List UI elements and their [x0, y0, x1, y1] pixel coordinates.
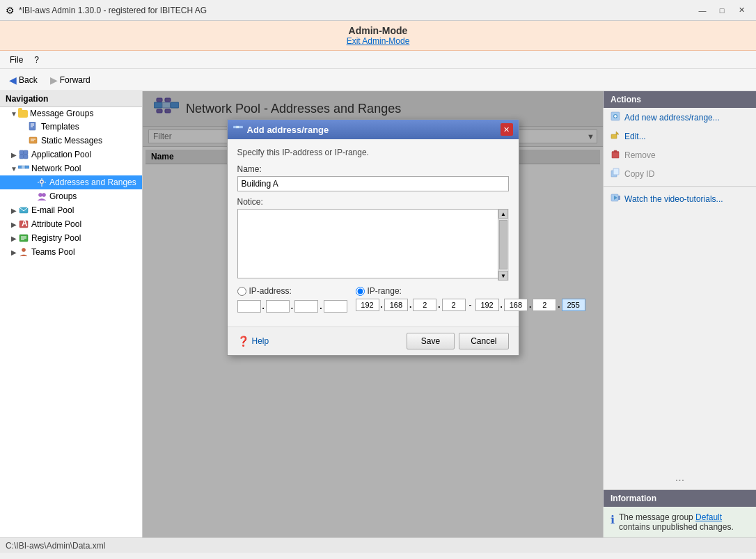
remove-icon	[611, 149, 620, 161]
svg-point-25	[22, 249, 26, 252]
expand-icon[interactable]: ▼	[10, 165, 18, 173]
ip-address-label[interactable]: IP-address:	[249, 286, 292, 296]
sidebar-item-email-pool[interactable]: ▶ E-mail Pool	[0, 203, 142, 217]
svg-rect-0	[29, 122, 36, 130]
network-pool-icon	[18, 163, 29, 174]
svg-point-16	[39, 194, 42, 197]
sidebar-item-application-pool[interactable]: ▶ Application Pool	[0, 148, 142, 162]
modal-titlebar: Add address/range ✕	[228, 120, 519, 139]
exit-admin-mode-link[interactable]: Exit Admin-Mode	[0, 36, 756, 46]
nav-label-email-pool: E-mail Pool	[31, 205, 74, 215]
ip-addr-f4[interactable]	[324, 300, 347, 313]
edit-label: Edit...	[624, 132, 646, 141]
expand-icon[interactable]: ▶	[10, 249, 18, 256]
expand-icon[interactable]: ▶	[10, 151, 18, 159]
ip-addr-f1[interactable]	[237, 300, 261, 313]
ip-address-radio[interactable]	[237, 287, 246, 296]
video-icon	[611, 193, 620, 205]
modal-footer: ❓ Help Save Cancel	[228, 326, 519, 355]
help-link[interactable]: ❓ Help	[237, 336, 269, 347]
notice-scrollbar: ▲ ▼	[498, 209, 509, 281]
modal-title-text: Add address/range	[247, 125, 329, 135]
ip-range-to-4[interactable]	[562, 299, 585, 311]
close-button[interactable]: ✕	[732, 3, 750, 17]
ip-range-radio[interactable]	[356, 287, 365, 296]
ip-addr-f2[interactable]	[266, 300, 290, 313]
notice-textarea[interactable]	[237, 209, 509, 278]
admin-mode-title: Admin-Mode	[0, 25, 756, 36]
ip-address-option: IP-address: . . .	[237, 286, 347, 313]
file-menu[interactable]: File	[4, 53, 29, 67]
name-label: Name:	[237, 164, 509, 174]
folder-icon	[18, 110, 28, 118]
ip-range-dot-1: .	[381, 300, 383, 310]
maximize-button[interactable]: □	[713, 3, 731, 17]
save-button[interactable]: Save	[407, 333, 455, 349]
title-bar-left: ⚙ *IBI-aws Admin 1.30.0 - registered for…	[6, 5, 207, 16]
ip-range-to-1[interactable]	[475, 299, 499, 311]
scrollbar-down[interactable]: ▼	[498, 271, 508, 281]
action-add-new[interactable]: Add new address/range...	[604, 108, 756, 127]
action-copy-id[interactable]: Copy ID	[604, 164, 756, 183]
sidebar-item-message-groups[interactable]: ▼ Message Groups	[0, 107, 142, 120]
cancel-button[interactable]: Cancel	[459, 333, 508, 349]
add-icon	[611, 111, 620, 123]
info-link[interactable]: Default	[695, 512, 722, 522]
svg-rect-40	[611, 134, 617, 139]
sidebar-item-teams-pool[interactable]: ▶ Teams Pool	[0, 245, 142, 259]
copy-icon	[611, 168, 620, 180]
action-watch-video[interactable]: Watch the video-tutorials...	[604, 189, 756, 208]
sidebar-item-network-pool[interactable]: ▼ Network Pool	[0, 162, 142, 175]
ip-range-label[interactable]: IP-range:	[368, 286, 402, 296]
info-text-before: The message group	[619, 512, 695, 522]
sidebar-item-registry-pool[interactable]: ▶ Registry Pool	[0, 231, 142, 245]
ip-addr-f3[interactable]	[294, 300, 318, 313]
ip-range-from-4[interactable]	[442, 299, 466, 311]
information-text: The message group Default contains unpub…	[619, 512, 749, 532]
ip-range-to-3[interactable]	[533, 299, 556, 311]
modal-close-button[interactable]: ✕	[501, 123, 513, 136]
sidebar-item-attribute-pool[interactable]: ▶ A Attribute Pool	[0, 217, 142, 231]
sidebar-item-addresses-ranges[interactable]: ▶ Addresses and Ranges	[0, 175, 142, 189]
nav-label-templates: Templates	[41, 122, 79, 132]
modal-body: Specify this IP-address or IP-range. Nam…	[228, 139, 519, 326]
svg-rect-10	[24, 155, 28, 159]
back-button[interactable]: ◀ Back	[4, 72, 42, 88]
edit-icon	[611, 130, 620, 142]
toolbar: ◀ Back ▶ Forward	[0, 69, 756, 91]
action-edit[interactable]: Edit...	[604, 127, 756, 145]
modal-title-icon	[233, 124, 243, 136]
scrollbar-up[interactable]: ▲	[498, 209, 508, 219]
name-input[interactable]	[237, 176, 509, 191]
expand-icon[interactable]: ▶	[10, 235, 18, 242]
minimize-button[interactable]: —	[693, 3, 711, 17]
expand-icon[interactable]: ▶	[10, 221, 18, 228]
ip-range-to-2[interactable]	[504, 299, 528, 311]
ip-range-from-3[interactable]	[413, 299, 436, 311]
nav-label-groups: Groups	[49, 191, 77, 201]
content-area: Network Pool - Addresses and Ranges ▼ Na…	[143, 91, 603, 537]
ip-range-from-1[interactable]	[356, 299, 379, 311]
help-menu[interactable]: ?	[29, 53, 45, 67]
ip-range-from-2[interactable]	[384, 299, 408, 311]
ip-dot-2: .	[291, 301, 293, 311]
radio-group: IP-address: . . .	[237, 286, 509, 313]
status-path: C:\IBI-aws\Admin\Data.xml	[6, 541, 105, 551]
svg-rect-7	[19, 150, 24, 155]
action-remove[interactable]: Remove	[604, 145, 756, 164]
sidebar-item-templates[interactable]: ▶ Templates	[0, 120, 142, 134]
scrollbar-thumb[interactable]	[499, 220, 507, 269]
teams-icon	[18, 246, 29, 258]
expand-icon[interactable]: ▼	[10, 110, 18, 118]
nav-label: Message Groups	[30, 109, 93, 118]
sidebar-item-static-messages[interactable]: ▶ Static Messages	[0, 134, 142, 148]
ip-address-radio-row: IP-address:	[237, 286, 347, 296]
forward-button[interactable]: ▶ Forward	[45, 72, 95, 88]
sidebar-item-groups[interactable]: ▶ Groups	[0, 189, 142, 203]
expand-icon[interactable]: ▶	[10, 207, 18, 214]
information-panel: Information ℹ The message group Default …	[604, 489, 756, 537]
svg-rect-50	[618, 198, 620, 200]
svg-text:A: A	[22, 219, 28, 228]
svg-rect-49	[618, 196, 620, 198]
nav-label-static-messages: Static Messages	[41, 136, 102, 145]
